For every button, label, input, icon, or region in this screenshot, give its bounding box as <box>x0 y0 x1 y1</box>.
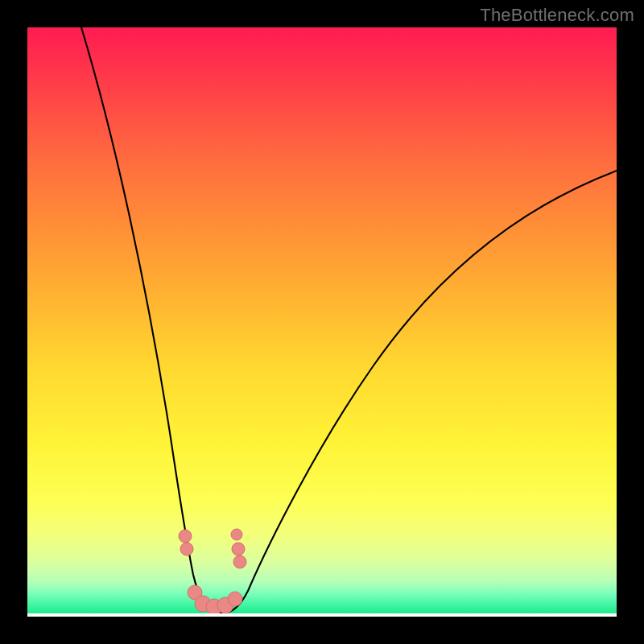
svg-point-8 <box>232 543 245 555</box>
svg-point-0 <box>179 530 192 543</box>
frame-border-right <box>617 0 644 644</box>
plot-area <box>27 27 617 617</box>
chart-container: TheBottleneck.com <box>0 0 644 644</box>
valley-markers <box>179 529 246 615</box>
frame-border-bottom <box>0 617 644 644</box>
bottleneck-curve <box>79 27 617 613</box>
svg-point-1 <box>180 543 193 555</box>
bottom-highlight <box>27 613 617 617</box>
watermark-text: TheBottleneck.com <box>480 5 634 26</box>
svg-point-9 <box>231 529 242 540</box>
svg-point-7 <box>233 555 246 568</box>
chart-svg <box>27 27 617 617</box>
frame-border-left <box>0 0 27 644</box>
svg-point-6 <box>228 592 242 606</box>
